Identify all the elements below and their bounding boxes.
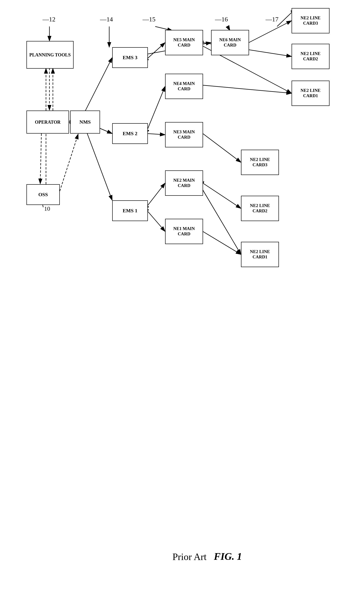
svg-line-21 bbox=[147, 134, 165, 135]
svg-line-25 bbox=[203, 183, 241, 209]
ne2-line-card3-grp1-label: NE2 LINECARD3 bbox=[250, 157, 270, 168]
planning-tools-box: PLANNING TOOLS bbox=[26, 41, 74, 69]
ne2-line-card2-grp1-box: NE2 LINECARD2 bbox=[241, 196, 279, 221]
ne2-line-card1-grp2-label: NE2 LINECARD1 bbox=[300, 88, 321, 98]
svg-line-19 bbox=[147, 42, 165, 59]
ems1-box: EMS 1 bbox=[112, 200, 148, 221]
ne4-main-box: NE4 MAINCARD bbox=[165, 74, 203, 99]
ne4-main-label: NE4 MAINCARD bbox=[173, 81, 195, 92]
ne2-line-card2-grp2-label: NE2 LINECARD2 bbox=[300, 51, 321, 62]
ems3-label: EMS 3 bbox=[123, 55, 137, 61]
ne6-main-box: NE6 MAINCARD bbox=[211, 30, 249, 55]
svg-line-27 bbox=[203, 231, 241, 254]
svg-line-13 bbox=[85, 128, 112, 200]
ne2-line-card2-grp2-box: NE2 LINECARD2 bbox=[292, 44, 329, 69]
figure-label: FIG. 1 bbox=[214, 551, 242, 562]
ne5-main-box: NE5 MAINCARD bbox=[165, 30, 203, 55]
nms-box: NMS bbox=[70, 111, 100, 134]
nms-label: NMS bbox=[79, 119, 91, 125]
ne6-main-label: NE6 MAINCARD bbox=[219, 37, 241, 48]
ne2-line-card2-grp1-label: NE2 LINECARD2 bbox=[250, 203, 270, 214]
ne1-main-box: NE1 MAINCARD bbox=[165, 219, 203, 244]
ref-14: —14 bbox=[100, 16, 113, 23]
planning-tools-label: PLANNING TOOLS bbox=[29, 52, 71, 57]
ne2-line-card3-grp2-box: NE2 LINECARD3 bbox=[292, 8, 329, 33]
ne5-main-label: NE5 MAINCARD bbox=[173, 37, 195, 48]
operator-box: OPERATOR bbox=[26, 111, 69, 134]
prior-art-label: Prior Art bbox=[172, 551, 207, 562]
ref-12: —12 bbox=[42, 16, 55, 23]
ne2-line-card1-grp1-box: NE2 LINECARD1 bbox=[241, 242, 279, 267]
svg-text:10: 10 bbox=[44, 205, 50, 212]
ref-17: —17 bbox=[266, 16, 278, 23]
svg-line-11 bbox=[85, 57, 112, 111]
ems1-label: EMS 1 bbox=[123, 208, 137, 214]
svg-line-22 bbox=[147, 183, 165, 206]
ne1-main-label: NE1 MAINCARD bbox=[173, 226, 195, 237]
svg-line-14 bbox=[40, 134, 41, 184]
svg-line-26 bbox=[203, 134, 241, 162]
ref-15: —15 bbox=[143, 16, 156, 23]
ne2-line-card1-grp2-box: NE2 LINECARD1 bbox=[292, 81, 329, 106]
ne2-line-card3-grp1-box: NE2 LINECARD3 bbox=[241, 150, 279, 175]
oss-label: OSS bbox=[39, 192, 48, 197]
svg-line-24 bbox=[203, 190, 241, 254]
ems2-label: EMS 2 bbox=[123, 131, 137, 137]
svg-line-17 bbox=[59, 134, 78, 195]
svg-line-23 bbox=[147, 211, 165, 231]
ne2-line-card1-grp1-label: NE2 LINECARD1 bbox=[250, 249, 270, 260]
ref-16: —16 bbox=[215, 16, 228, 23]
ne2-main-label: NE2 MAINCARD bbox=[173, 178, 195, 188]
diagram-container: —12 —14 —15 —16 —17 10 bbox=[0, 0, 364, 613]
oss-box: OSS bbox=[26, 184, 60, 205]
svg-line-20 bbox=[147, 86, 165, 130]
ne2-main-box: NE2 MAINCARD bbox=[165, 170, 203, 196]
ne2-line-card3-grp2-label: NE2 LINECARD3 bbox=[300, 15, 321, 26]
ems3-box: EMS 3 bbox=[112, 47, 148, 68]
ems2-box: EMS 2 bbox=[112, 123, 148, 144]
operator-label: OPERATOR bbox=[35, 119, 61, 125]
ne3-main-box: NE3 MAINCARD bbox=[165, 122, 203, 147]
ne3-main-label: NE3 MAINCARD bbox=[173, 129, 195, 140]
svg-line-31 bbox=[203, 85, 292, 93]
svg-line-30 bbox=[249, 21, 292, 42]
